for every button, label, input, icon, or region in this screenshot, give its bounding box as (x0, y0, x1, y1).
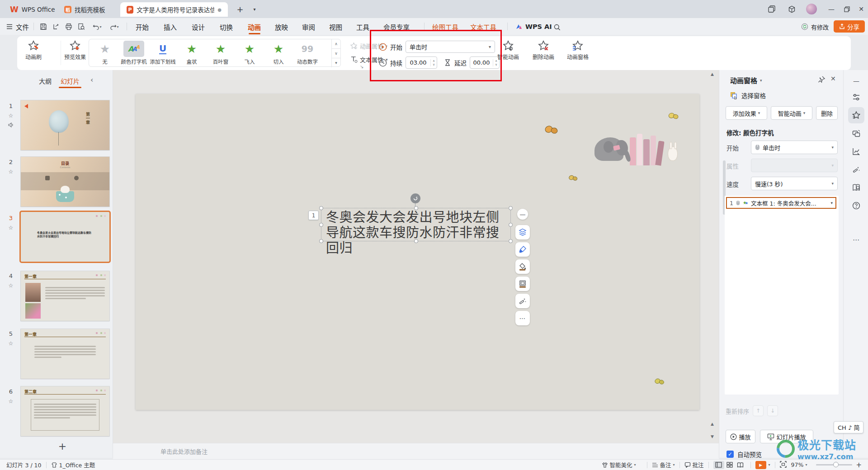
output-icon[interactable] (52, 22, 61, 31)
tab-home[interactable]: 开始 (136, 21, 149, 32)
print-icon[interactable] (64, 22, 73, 31)
resize-handle-e[interactable] (509, 223, 513, 227)
slideshow-start-chevron[interactable]: ▾ (769, 463, 770, 467)
resize-handle-s[interactable] (414, 239, 418, 243)
undo-button[interactable]: ▾ (90, 22, 104, 31)
restore-button[interactable] (840, 2, 854, 16)
zoom-in-button[interactable]: + (856, 461, 862, 469)
add-effect-button[interactable]: 添加效果 ▾ (726, 106, 767, 120)
gallery-item-blinds[interactable]: ★ 百叶窗 (207, 41, 235, 65)
fill-color-button[interactable] (515, 259, 530, 274)
resize-handle-w[interactable] (319, 223, 323, 227)
undo-chevron[interactable]: ▾ (99, 25, 101, 29)
tab-insert[interactable]: 插入 (164, 21, 177, 32)
resize-handle-sw[interactable] (319, 239, 323, 243)
redo-chevron[interactable]: ▾ (117, 25, 118, 29)
layer-order-button[interactable] (515, 225, 530, 240)
animation-item-chevron[interactable]: ▾ (830, 201, 833, 205)
tab-wps-home[interactable]: W WPS Office (4, 2, 61, 17)
gallery-item-box[interactable]: ★ 盒状 (178, 41, 206, 65)
tab-drawing-tools[interactable]: 绘图工具 (432, 21, 458, 32)
auto-preview-checkbox[interactable]: ✓ (726, 451, 734, 458)
zoom-slider-thumb[interactable] (833, 462, 839, 467)
share-button[interactable]: 分享 (834, 20, 865, 33)
reading-view-button[interactable] (735, 461, 746, 469)
wps-ai-button[interactable]: WPS AI (515, 21, 552, 32)
tab-tools[interactable]: 工具 (356, 21, 369, 32)
file-menu[interactable]: 文件 (6, 21, 29, 32)
zoom-slider[interactable] (816, 464, 852, 465)
redo-button[interactable]: ▾ (108, 22, 121, 31)
help-icon[interactable] (848, 197, 864, 214)
animation-brush-button[interactable]: 动画刷 (25, 40, 42, 61)
animation-pane-sidebar-icon[interactable] (848, 107, 864, 123)
outline-color-button[interactable] (515, 277, 530, 291)
slide-thumbnail-4[interactable]: 第一章 (21, 271, 109, 321)
close-button[interactable]: ✕ (854, 2, 868, 16)
gallery-item-none[interactable]: ★ 无 (91, 41, 119, 65)
tab-review[interactable]: 审阅 (302, 21, 315, 32)
start-select-chevron[interactable]: ▾ (489, 44, 491, 49)
comments-button[interactable]: 批注 (684, 461, 704, 469)
normal-view-button[interactable] (713, 461, 724, 469)
resource-search-icon[interactable] (848, 179, 864, 196)
tab-animation[interactable]: 动画 (248, 21, 261, 32)
tab-current-document[interactable]: P 文字是人类用符号记录表达信息以 ● (120, 2, 228, 17)
slide-thumbnail-6[interactable]: 第二章 (21, 386, 109, 436)
start-select[interactable]: 单击时 ▾ (406, 41, 495, 53)
tab-view[interactable]: 视图 (329, 21, 342, 32)
animation-list-item-selected[interactable]: 1 ★★ 文本框 1: 冬奥会发大会... ▾ (726, 197, 836, 209)
theme-indicator[interactable]: 1_Office 主题 (51, 461, 95, 469)
gallery-item-color-typewriter[interactable]: AAA 颜色打字机 (120, 41, 148, 65)
tab-transition[interactable]: 切换 (220, 21, 233, 32)
save-icon[interactable] (39, 22, 48, 31)
delay-spinner[interactable]: 00.00 ∧∨ (470, 56, 500, 69)
shape-format-icon[interactable] (848, 125, 864, 141)
resize-handle-nw[interactable] (319, 206, 323, 210)
style-brush-button[interactable] (515, 242, 530, 257)
slide-thumbnail-3-selected[interactable]: 冬奥会发大会发出号地块左侧导航这款车搜防水防汗非常搜回归 (21, 212, 109, 262)
tab-docer-templates[interactable]: 稻 找稻壳模板 (58, 2, 112, 17)
zoom-level[interactable]: 97% (791, 461, 804, 468)
effects-sidebar-icon[interactable] (848, 161, 864, 178)
tab-outline[interactable]: 大纲 (39, 76, 52, 85)
resize-handle-n[interactable] (414, 206, 418, 210)
gallery-more-button[interactable]: ▾ (332, 58, 340, 67)
gallery-item-cut-in[interactable]: ★ 切入 (264, 41, 292, 65)
more-tools-icon[interactable]: ⋯ (848, 232, 864, 248)
pane-title-chevron[interactable]: ▾ (760, 78, 762, 83)
zoom-chevron[interactable]: ▾ (805, 463, 807, 467)
tab-member[interactable]: 会员专享 (383, 21, 410, 32)
smart-animation-button[interactable]: 智能动画 (497, 40, 519, 61)
tab-design[interactable]: 设计 (192, 21, 205, 32)
collapse-toolbar-button[interactable]: — (517, 209, 528, 220)
slide-thumbnail-5[interactable]: 第一章 (21, 329, 109, 379)
scroll-up-icon[interactable]: ▲ (711, 72, 714, 76)
notes-bar[interactable]: 单击此处添加备注 (113, 443, 719, 459)
gallery-item-underline[interactable]: U 添加下划线 (149, 41, 177, 65)
play-button[interactable]: 播放 (726, 430, 755, 443)
slide-thumbnail-1[interactable]: 第一章 (21, 100, 109, 150)
textbox-text[interactable]: 冬奥会发大会发出号地块左侧导航这款车搜防水防汗非常搜回归 (326, 210, 507, 256)
new-tab-button[interactable]: + (233, 2, 247, 16)
notes-placeholder[interactable]: 单击此处添加备注 (160, 447, 208, 456)
delay-down[interactable]: ∨ (495, 63, 497, 66)
rotate-handle[interactable] (410, 193, 420, 203)
gallery-item-dynamic-number[interactable]: 99 动态数字 (293, 41, 321, 65)
search-icon[interactable] (552, 23, 561, 32)
hide-sidebar-icon[interactable]: — (848, 73, 864, 89)
delete-animation-button[interactable]: 删除动画 (533, 40, 554, 61)
start-dropdown[interactable]: 单击时 ▾ (751, 141, 838, 154)
editing-canvas[interactable]: 1 冬奥会发大会发出号地块左侧导航这款车搜防水防汗非常搜回归 — (113, 70, 719, 443)
tab-slideshow[interactable]: 放映 (275, 21, 288, 32)
slide-sorter-view-button[interactable] (724, 461, 735, 469)
animation-pane-button[interactable]: 动画窗格 (567, 40, 589, 61)
collapse-panel-icon[interactable]: ‹ (90, 75, 93, 84)
next-slide-icon[interactable]: ▼ (711, 434, 714, 439)
pin-pane-icon[interactable] (818, 75, 826, 85)
tab-list-chevron[interactable]: ▾ (248, 2, 261, 16)
selection-pane-button[interactable]: 选择窗格 (730, 91, 766, 100)
selected-textbox[interactable]: 冬奥会发大会发出号地块左侧导航这款车搜防水防汗非常搜回归 (321, 208, 511, 241)
duration-down[interactable]: ∨ (433, 63, 435, 66)
tab-text-tools[interactable]: 文本工具 (470, 21, 496, 32)
